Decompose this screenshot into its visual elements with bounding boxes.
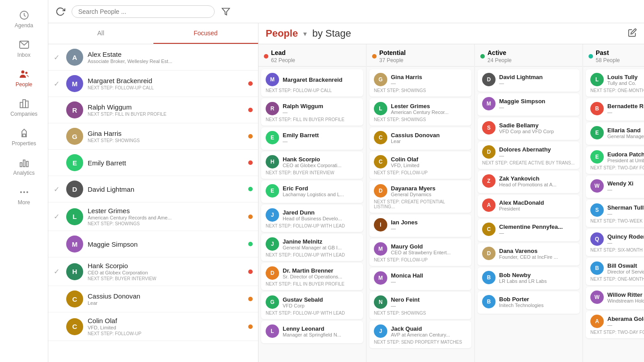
list-item-info: Emily Barrett (88, 159, 244, 167)
card-next-step: NEXT STEP: FOLLOW-UP CALL (266, 88, 359, 93)
card-sub: — (391, 226, 418, 231)
kanban-card[interactable]: JJack QuaidAVP at American Century...NEX… (369, 321, 471, 348)
column-cards: LLouis TullyTully and Co.NEXT STEP: ONE-… (583, 67, 644, 362)
kanban-card[interactable]: WWillow RitterWindstream Holdings (586, 287, 644, 309)
sidebar-item-inbox[interactable]: Inbox (0, 34, 48, 63)
sidebar-label-more: More (18, 199, 30, 206)
list-item[interactable]: ✓AAlex EstateAssociate Broker, Wellesley… (48, 44, 258, 71)
kanban-card[interactable]: JJanine MelnitzGeneral Manager at GB I..… (261, 234, 363, 261)
sidebar-label-people: People (16, 81, 32, 88)
sidebar-label-companies: Companies (10, 111, 38, 117)
refresh-button[interactable] (54, 5, 67, 18)
sidebar-item-properties[interactable]: Properties (0, 122, 48, 152)
kanban-card[interactable]: DDolores Abernathy—NEXT STEP: CREATE ACT… (478, 142, 580, 169)
kanban-card[interactable]: DDana VarenosFounder, CEO at IncFire ... (478, 243, 580, 265)
card-name: Dayanara Myers (391, 185, 436, 192)
sidebar-item-agenda[interactable]: Agenda (0, 4, 48, 34)
svg-rect-5 (23, 100, 25, 108)
list-item[interactable]: ✓MMargaret BrackenreidNEXT STEP: FOLLOW-… (48, 71, 258, 97)
card-name: Ralph Wiggum (283, 103, 323, 109)
edit-button[interactable] (628, 28, 637, 39)
kanban-card[interactable]: EEmily Barrett— (261, 127, 363, 150)
kanban-card[interactable]: EEudora PatchPresident at Umbrella LabsN… (586, 147, 644, 174)
kanban-card[interactable]: MMaggie Simpson— (478, 93, 580, 116)
list-item-info: David Lightman (88, 185, 244, 193)
kanban-card[interactable]: MMaury GoldCEO at Strawberry Entert...NE… (369, 239, 471, 266)
kanban-card[interactable]: RRalph Wiggum—NEXT STEP: FILL IN BUYER P… (261, 98, 363, 126)
kanban-card[interactable]: JJared DunnHead of Business Develo...NEX… (261, 205, 363, 232)
kanban-card[interactable]: DDr. Martin BrennerSr. Director of Opera… (261, 263, 363, 290)
card-name: Jared Dunn (283, 209, 342, 216)
avatar: E (590, 150, 604, 164)
kanban-card[interactable]: GGina Harris—NEXT STEP: SHOWINGS (369, 69, 471, 97)
kanban-card[interactable]: CColin OlafVFD, LimitedNEXT STEP: FOLLOW… (369, 152, 471, 179)
avatar: J (266, 237, 279, 251)
card-name: Monica Hall (391, 272, 423, 279)
tab-all[interactable]: All (48, 23, 153, 44)
avatar: Q (590, 232, 604, 246)
search-input[interactable] (72, 5, 215, 18)
list-item[interactable]: EEmily Barrett (48, 150, 258, 176)
kanban-card[interactable]: BBob NewbyLR Labs and LR Labs (478, 267, 580, 290)
list-item[interactable]: ✓LLester GrimesAmerican Century Records … (48, 202, 258, 231)
kanban-card[interactable]: SSherman Tully—NEXT STEP: TWO-WEEK FOLLO… (586, 200, 644, 227)
avatar: A (66, 49, 83, 66)
kanban-card[interactable]: ZZak YankovichHead of Promotions at A... (478, 171, 580, 193)
kanban-card[interactable]: EEllaria SandGeneral Manager (586, 122, 644, 145)
sidebar-item-companies[interactable]: Companies (0, 93, 48, 122)
tab-focused[interactable]: Focused (153, 23, 258, 44)
avatar: Z (482, 174, 496, 188)
sidebar-item-people[interactable]: People (0, 63, 48, 93)
kanban-card[interactable]: LLouis TullyTully and Co.NEXT STEP: ONE-… (586, 69, 644, 97)
card-name: Nero Feint (391, 296, 419, 303)
check-icon[interactable]: ✓ (54, 53, 62, 62)
avatar: C (374, 155, 387, 168)
kanban-card[interactable]: LLester GrimesAmerican Century Recor...N… (369, 98, 471, 126)
check-icon[interactable]: ✓ (54, 267, 62, 276)
list-item[interactable]: MMaggie Simpson (48, 231, 258, 257)
kanban-card[interactable]: CClementine Pennyfea...— (478, 219, 580, 241)
list-item[interactable]: ✓DDavid Lightman (48, 176, 258, 202)
kanban-card[interactable]: MMonica Hall— (369, 268, 471, 290)
list-item[interactable]: CCassius DonovanLear (48, 286, 258, 312)
list-item[interactable]: ✓HHank ScorpioCEO at Globex CorporationN… (48, 257, 258, 286)
card-sub: — (607, 322, 644, 328)
kanban-card[interactable]: NNero Feint—NEXT STEP: SHOWINGS (369, 292, 471, 319)
kanban-card[interactable]: WWendy Xi— (586, 176, 644, 198)
status-dot (248, 269, 253, 274)
dropdown-arrow-icon[interactable]: ▾ (303, 29, 307, 38)
sidebar-item-analytics[interactable]: Analytics (0, 152, 48, 181)
kanban-card[interactable]: DDayanara MyersGeneral DynamicsNEXT STEP… (369, 181, 471, 213)
kanban-card[interactable]: BBernadette Rostenko...— (586, 98, 644, 121)
list-item[interactable]: CColin OlafVFD, LimitedNEXT STEP: FOLLOW… (48, 312, 258, 341)
kanban-card[interactable]: SSadie BellamyVFD Corp and VFD Corp (478, 118, 580, 140)
kanban-card[interactable]: BBill OswaltDirector of ServicesNEXT STE… (586, 258, 644, 285)
kanban-card[interactable]: LLenny LeonardManager at Springfield N..… (261, 321, 363, 343)
kanban-card[interactable]: MMargaret BrackenreidNEXT STEP: FOLLOW-U… (261, 69, 363, 97)
kanban-card[interactable]: CCassius DonovanLear (369, 127, 471, 150)
card-person-row: MMaggie Simpson— (482, 97, 575, 110)
avatar: A (482, 198, 496, 212)
kanban-card[interactable]: GGustav SebaldVFD CorpNEXT STEP: FOLLOW-… (261, 292, 363, 319)
kanban-card[interactable]: HHank ScorpioCEO at Globex Corporati...N… (261, 152, 363, 179)
kanban-card[interactable]: BBob PorterInitech Technologies (478, 291, 580, 314)
filter-button[interactable] (219, 5, 233, 18)
kanban-card[interactable]: AAberama Gold—NEXT STEP: TWO-DAY FOLLOW-… (586, 311, 644, 338)
kanban-card[interactable]: AAlex MacDonaldPresident (478, 195, 580, 217)
card-person-row: DDavid Lightman— (482, 73, 575, 86)
check-icon[interactable]: ✓ (54, 80, 62, 88)
list-item[interactable]: GGina HarrisNEXT STEP: SHOWINGS (48, 123, 258, 150)
check-icon[interactable]: ✓ (54, 212, 62, 221)
sidebar-item-more[interactable]: More (0, 181, 48, 211)
card-person-row: EEllaria SandGeneral Manager (590, 126, 644, 139)
check-icon[interactable]: ✓ (54, 185, 62, 194)
card-sub: — (391, 303, 419, 308)
card-sub: VFD Corp and VFD Corp (499, 129, 554, 134)
kanban-card[interactable]: DDavid Lightman— (478, 69, 580, 92)
kanban-card[interactable]: IIan Jones— (369, 215, 471, 237)
kanban-card[interactable]: QQuincy Rodenstock—NEXT STEP: SIX-MONTH … (586, 229, 644, 256)
list-item[interactable]: RRalph WiggumNEXT STEP: FILL IN BUYER PR… (48, 97, 258, 123)
card-name: Lenny Leonard (283, 325, 341, 332)
kanban-card[interactable]: EEric FordLacharnay Logistics and L... (261, 181, 363, 203)
card-name: Cassius Donovan (391, 132, 440, 139)
